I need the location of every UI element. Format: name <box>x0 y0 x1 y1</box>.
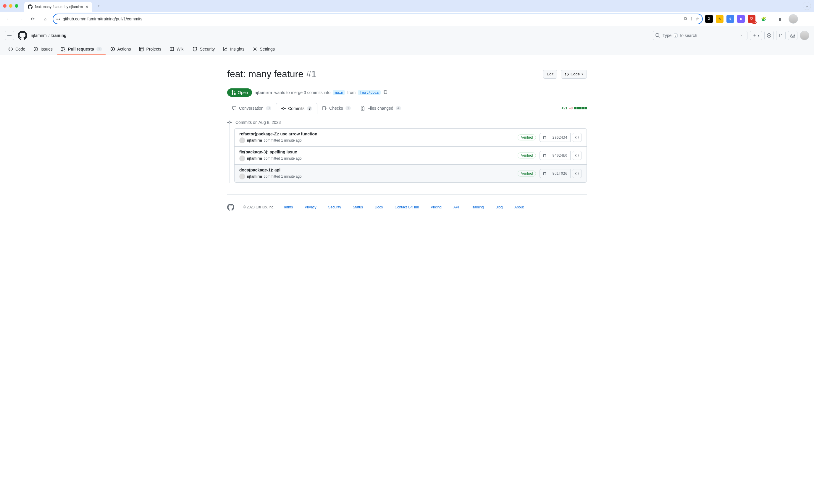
tab-checks[interactable]: Checks 1 <box>317 103 355 114</box>
tab-conversation[interactable]: Conversation 0 <box>227 103 276 114</box>
footer-link[interactable]: Docs <box>375 205 383 209</box>
search-input[interactable]: Type / to search <box>653 31 747 40</box>
svg-rect-15 <box>323 106 325 110</box>
commit-author[interactable]: njfamirm <box>247 174 262 179</box>
copy-sha-button[interactable] <box>540 133 549 142</box>
home-button[interactable]: ⌂ <box>40 14 50 24</box>
commit-author[interactable]: njfamirm <box>247 138 262 142</box>
forward-button[interactable]: → <box>15 14 25 24</box>
footer-link[interactable]: Pricing <box>431 205 442 209</box>
commit-row: refactor(package-2): use arrow functionn… <box>234 129 587 147</box>
reload-button[interactable]: ⟳ <box>28 14 38 24</box>
browse-code-button[interactable] <box>572 151 582 160</box>
extensions-icon[interactable]: 🧩 <box>758 14 768 24</box>
svg-point-10 <box>232 90 233 92</box>
nav-pulls[interactable]: Pull requests1 <box>57 44 106 55</box>
github-logo[interactable] <box>18 31 27 40</box>
github-logo-footer[interactable] <box>227 204 234 211</box>
site-info-icon[interactable]: ⊶ <box>56 17 60 21</box>
commit-sha[interactable]: 2a62434 <box>549 133 571 142</box>
extension-1[interactable]: X <box>705 15 713 23</box>
nav-insights[interactable]: Insights <box>219 44 248 55</box>
footer-link[interactable]: Training <box>471 205 484 209</box>
copy-sha-button[interactable] <box>540 151 549 160</box>
browse-code-button[interactable] <box>572 133 582 142</box>
base-branch[interactable]: main <box>333 90 345 95</box>
commit-avatar[interactable] <box>239 174 245 179</box>
svg-point-16 <box>229 121 230 123</box>
footer-link[interactable]: Security <box>328 205 341 209</box>
browser-tab-title: feat: many feature by njfamirm <box>35 5 83 9</box>
commit-avatar[interactable] <box>239 155 245 161</box>
nav-security[interactable]: Security <box>189 44 218 55</box>
issues-icon[interactable] <box>764 31 774 40</box>
share-icon[interactable]: ⇧ <box>690 17 693 21</box>
tabs-dropdown[interactable]: ⌄ <box>803 2 811 10</box>
svg-rect-18 <box>543 154 546 157</box>
side-panel-icon[interactable]: ◧ <box>776 14 786 24</box>
open-external-icon[interactable]: ⧉ <box>684 16 687 21</box>
inbox-icon[interactable] <box>788 31 797 40</box>
nav-projects[interactable]: Projects <box>135 44 165 55</box>
file-diff-icon <box>360 106 365 111</box>
code-icon <box>565 72 569 76</box>
footer-link[interactable]: About <box>514 205 524 209</box>
pr-author[interactable]: njfamirm <box>254 90 272 95</box>
nav-wiki[interactable]: Wiki <box>166 44 188 55</box>
github-favicon <box>28 4 33 9</box>
verified-badge[interactable]: Verified <box>518 171 536 176</box>
extension-4[interactable]: ◆ <box>737 15 745 23</box>
copy-sha-button[interactable] <box>540 169 549 178</box>
commit-sha[interactable]: 8d1f026 <box>549 169 571 178</box>
browse-code-button[interactable] <box>572 169 582 178</box>
cmd-palette-icon[interactable] <box>740 33 745 38</box>
head-branch[interactable]: feat/docs <box>358 90 381 95</box>
tab-commits[interactable]: Commits 3 <box>276 103 317 114</box>
verified-badge[interactable]: Verified <box>518 153 536 158</box>
git-pull-request-icon <box>231 90 236 95</box>
footer-link[interactable]: Terms <box>283 205 293 209</box>
svg-point-1 <box>768 35 770 36</box>
commit-title[interactable]: refactor(package-2): use arrow function <box>239 132 317 136</box>
checklist-icon <box>322 106 327 111</box>
tab-close-icon[interactable]: ✕ <box>85 4 89 9</box>
browser-tab[interactable]: feat: many feature by njfamirm ✕ <box>24 2 92 12</box>
hamburger-menu[interactable] <box>5 31 14 40</box>
footer-link[interactable]: Privacy <box>305 205 316 209</box>
commit-row: docs(package-1): apinjfamirm committed 1… <box>234 165 587 182</box>
create-dropdown[interactable]: ＋▾ <box>750 31 762 40</box>
commit-title[interactable]: docs(package-1): api <box>239 168 280 172</box>
footer-link[interactable]: Blog <box>496 205 503 209</box>
footer-link[interactable]: Contact GitHub <box>394 205 419 209</box>
commit-title[interactable]: fix(package-3): spelling issue <box>239 150 297 154</box>
verified-badge[interactable]: Verified <box>518 134 536 140</box>
window-controls[interactable] <box>3 4 18 8</box>
nav-issues[interactable]: Issues <box>30 44 56 55</box>
commit-avatar[interactable] <box>239 137 245 143</box>
new-tab-button[interactable]: ＋ <box>95 2 103 10</box>
user-avatar[interactable] <box>800 31 809 40</box>
pulls-icon[interactable] <box>776 31 786 40</box>
edit-button[interactable]: Edit <box>543 70 557 79</box>
code-dropdown[interactable]: Code ▾ <box>561 70 587 79</box>
address-bar[interactable]: ⊶ github.com/njfamirm/training/pull/1/co… <box>53 14 703 24</box>
nav-actions[interactable]: Actions <box>107 44 135 55</box>
commit-author[interactable]: njfamirm <box>247 156 262 161</box>
nav-code[interactable]: Code <box>5 44 29 55</box>
back-button[interactable]: ← <box>3 14 13 24</box>
bookmark-icon[interactable]: ☆ <box>695 17 699 21</box>
tab-files[interactable]: Files changed 4 <box>355 103 406 114</box>
profile-avatar[interactable] <box>789 14 798 24</box>
repo-link[interactable]: training <box>51 33 67 38</box>
extension-translate[interactable]: 文 <box>726 15 734 23</box>
copy-icon[interactable] <box>383 90 388 95</box>
nav-settings[interactable]: Settings <box>249 44 278 55</box>
footer-link[interactable]: Status <box>353 205 363 209</box>
kebab-menu[interactable]: ⋮ <box>801 14 811 24</box>
commit-sha[interactable]: 94024b0 <box>549 151 571 160</box>
extension-adblock[interactable]: 🛡15 <box>748 15 755 23</box>
extension-keep[interactable]: ✎ <box>716 15 724 23</box>
owner-link[interactable]: njfamirm <box>31 33 47 38</box>
footer-link[interactable]: API <box>454 205 459 209</box>
svg-point-3 <box>35 48 36 50</box>
